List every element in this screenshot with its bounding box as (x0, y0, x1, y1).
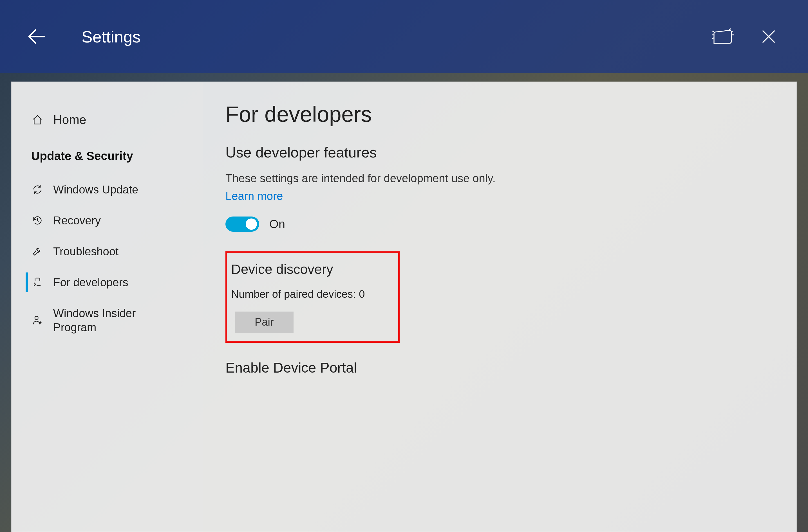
pair-button[interactable]: Pair (235, 311, 294, 332)
sidebar-item-for-developers[interactable]: For developers (12, 267, 203, 298)
sidebar-item-label: Recovery (53, 213, 101, 227)
titlebar: Settings (0, 0, 808, 73)
sync-icon (31, 183, 43, 196)
back-arrow-icon (25, 25, 48, 48)
window-follow-icon (712, 27, 735, 46)
content-pane: For developers Use developer features Th… (203, 82, 796, 532)
sidebar-home[interactable]: Home (12, 107, 203, 132)
paired-devices-line: Number of paired devices: 0 (231, 288, 392, 300)
sidebar-item-windows-insider[interactable]: Windows Insider Program (12, 298, 203, 343)
device-discovery-heading: Device discovery (231, 262, 392, 277)
settings-window: Home Update & Security Windows Update Re… (11, 81, 797, 532)
sidebar-home-label: Home (53, 113, 86, 127)
dev-features-toggle[interactable] (225, 216, 259, 232)
dev-features-toggle-row: On (225, 216, 774, 232)
paired-devices-label: Number of paired devices: (231, 288, 356, 300)
sidebar-item-label: For developers (53, 275, 128, 289)
close-icon (760, 28, 777, 45)
sidebar-item-recovery[interactable]: Recovery (12, 205, 203, 236)
home-icon (31, 114, 43, 126)
wrench-icon (31, 245, 43, 258)
paired-devices-count: 0 (359, 288, 365, 300)
page-title: For developers (225, 101, 774, 127)
window-title: Settings (81, 27, 141, 46)
devtools-icon (31, 276, 43, 288)
person-icon (31, 314, 43, 326)
sidebar-item-windows-update[interactable]: Windows Update (12, 174, 203, 205)
close-button[interactable] (752, 20, 786, 53)
sidebar-item-label: Windows Insider Program (53, 306, 160, 334)
toggle-state-label: On (269, 217, 285, 231)
sidebar-item-troubleshoot[interactable]: Troubleshoot (12, 236, 203, 267)
follow-me-button[interactable] (707, 20, 740, 53)
back-button[interactable] (20, 20, 54, 53)
use-dev-features-heading: Use developer features (225, 144, 774, 161)
device-discovery-section: Device discovery Number of paired device… (225, 251, 400, 343)
use-dev-features-desc: These settings are intended for developm… (225, 172, 774, 185)
toggle-knob (246, 218, 257, 230)
learn-more-link[interactable]: Learn more (225, 190, 283, 203)
history-icon (31, 214, 43, 227)
sidebar-item-label: Troubleshoot (53, 244, 118, 259)
sidebar: Home Update & Security Windows Update Re… (12, 82, 203, 532)
sidebar-section-header: Update & Security (12, 132, 203, 174)
enable-device-portal-heading: Enable Device Portal (225, 360, 774, 376)
svg-point-0 (35, 316, 38, 320)
sidebar-item-label: Windows Update (53, 183, 138, 196)
